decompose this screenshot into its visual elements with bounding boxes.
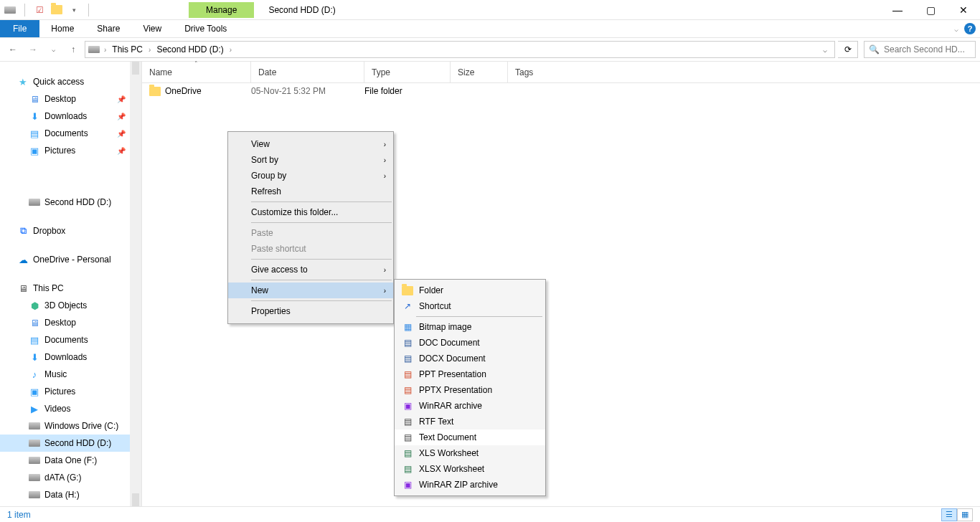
view-mode-toggles: ☰ ▦ (941, 508, 973, 521)
new-xls[interactable]: ▤XLS Worksheet (395, 445, 545, 461)
breadcrumb-sep-0[interactable]: › (104, 46, 106, 54)
sidebar-second-hdd-qa[interactable]: Second HDD (D:) (0, 194, 141, 211)
sidebar-documents[interactable]: ▤Documents📌 (0, 125, 141, 142)
col-label: Tags (515, 67, 533, 77)
sidebar-second-hdd[interactable]: Second HDD (D:) (0, 435, 141, 452)
close-button[interactable]: ✕ (947, 0, 980, 20)
sidebar-music[interactable]: ♪Music (0, 366, 141, 383)
sidebar-3d-objects[interactable]: ⬢3D Objects (0, 297, 141, 314)
sub-label: PPTX Presentation (419, 385, 492, 395)
view-tab-label: View (143, 24, 161, 34)
file-row-onedrive[interactable]: OneDrive 05-Nov-21 5:32 PM File folder (142, 83, 980, 99)
view-tab[interactable]: View (131, 20, 173, 37)
sidebar-desktop[interactable]: 🖥Desktop📌 (0, 90, 141, 108)
column-type[interactable]: Type (364, 62, 451, 82)
help-icon[interactable]: ? (964, 23, 976, 34)
new-docx[interactable]: ▤DOCX Document (395, 351, 545, 366)
new-rtf[interactable]: ▤RTF Text (395, 414, 545, 430)
column-name[interactable]: ˄Name (142, 62, 251, 82)
chevron-right-icon: › (384, 141, 386, 148)
new-winrar-zip[interactable]: ▣WinRAR ZIP archive (395, 477, 545, 493)
minimize-button[interactable]: — (881, 0, 914, 20)
new-doc[interactable]: ▤DOC Document (395, 335, 545, 351)
new-pptx[interactable]: ▤PPTX Presentation (395, 382, 545, 398)
sub-label: RTF Text (419, 417, 453, 427)
sidebar-pictures[interactable]: ▣Pictures📌 (0, 142, 141, 159)
sidebar-this-pc[interactable]: 🖥This PC (0, 280, 141, 297)
up-button[interactable]: ↑ (65, 41, 82, 58)
sidebar-downloads[interactable]: ⬇Downloads📌 (0, 108, 141, 125)
new-shortcut[interactable]: ↗Shortcut (395, 298, 545, 314)
refresh-button[interactable]: ⟳ (838, 41, 858, 58)
sidebar-label: Dropbox (33, 226, 65, 236)
sidebar-downloads-pc[interactable]: ⬇Downloads (0, 348, 141, 366)
sidebar-documents-pc[interactable]: ▤Documents (0, 331, 141, 348)
recent-locations-dropdown[interactable]: ⌵ (44, 41, 62, 58)
text-icon: ▤ (402, 432, 413, 443)
ctx-customize[interactable]: Customize this folder... (228, 204, 393, 220)
search-box[interactable]: 🔍 Search Second HD... (864, 41, 976, 58)
home-tab[interactable]: Home (39, 20, 85, 37)
sidebar-desktop-pc[interactable]: 🖥Desktop (0, 314, 141, 331)
sidebar-quick-access[interactable]: ★Quick access (0, 73, 141, 90)
ctx-view[interactable]: View› (228, 136, 393, 152)
back-button[interactable]: ← (4, 41, 22, 58)
new-ppt[interactable]: ▤PPT Presentation (395, 366, 545, 382)
new-text-document[interactable]: ▤Text Document (395, 430, 545, 445)
new-winrar[interactable]: ▣WinRAR archive (395, 398, 545, 414)
manage-label: Manage (206, 5, 237, 15)
manage-contextual-tab[interactable]: Manage (189, 2, 254, 18)
music-icon: ♪ (29, 369, 40, 380)
new-folder-qat-icon[interactable] (51, 4, 62, 16)
drive-icon (29, 472, 40, 483)
address-bar[interactable]: › This PC › Second HDD (D:) › ⌵ (85, 41, 835, 58)
ctx-sort-by[interactable]: Sort by› (228, 152, 393, 168)
maximize-button[interactable]: ▢ (914, 0, 947, 20)
qat-dropdown-icon[interactable]: ▾ (68, 4, 80, 16)
breadcrumb-second-hdd[interactable]: Second HDD (D:) (155, 44, 225, 54)
ctx-new[interactable]: New› (228, 283, 393, 298)
sidebar-label: Downloads (44, 111, 87, 121)
ctx-label: View (251, 139, 270, 149)
new-bitmap[interactable]: ▦Bitmap image (395, 319, 545, 335)
videos-icon: ▶ (29, 403, 40, 414)
quick-access-toolbar: ☑ ▾ (0, 4, 92, 16)
sidebar-pictures-pc[interactable]: ▣Pictures (0, 383, 141, 400)
column-date[interactable]: Date (251, 62, 364, 82)
ctx-group-by[interactable]: Group by› (228, 168, 393, 184)
sidebar-data-one[interactable]: Data One (F:) (0, 452, 141, 469)
ctx-label: Refresh (251, 186, 281, 196)
large-icons-view-button[interactable]: ▦ (957, 508, 973, 521)
sidebar-onedrive[interactable]: ☁OneDrive - Personal (0, 251, 141, 268)
new-folder[interactable]: Folder (395, 283, 545, 298)
sidebar-data-h[interactable]: Data (H:) (0, 486, 141, 503)
breadcrumb-sep-1[interactable]: › (149, 46, 151, 54)
sidebar-dropbox[interactable]: ⧉Dropbox (0, 222, 141, 239)
sidebar-label: Windows Drive (C:) (44, 421, 118, 431)
details-view-button[interactable]: ☰ (941, 508, 957, 521)
drive-tools-tab[interactable]: Drive Tools (173, 20, 238, 37)
file-tab[interactable]: File (0, 20, 39, 37)
address-history-dropdown[interactable]: ⌵ (819, 46, 831, 54)
sidebar-label: Music (44, 369, 67, 379)
sidebar-scrollbar[interactable] (130, 62, 141, 506)
downloads-icon: ⬇ (29, 110, 40, 122)
sidebar-data-g[interactable]: dATA (G:) (0, 469, 141, 486)
new-xlsx[interactable]: ▤XLSX Worksheet (395, 461, 545, 477)
file-cell-date: 05-Nov-21 5:32 PM (251, 86, 364, 96)
column-size[interactable]: Size (451, 62, 508, 82)
breadcrumb-this-pc[interactable]: This PC (110, 44, 144, 54)
properties-qat-icon[interactable]: ☑ (34, 4, 45, 16)
ctx-give-access[interactable]: Give access to› (228, 262, 393, 277)
ctx-properties[interactable]: Properties (228, 303, 393, 319)
sub-label: DOC Document (419, 338, 480, 348)
share-tab[interactable]: Share (85, 20, 131, 37)
breadcrumb-sep-2[interactable]: › (230, 46, 232, 54)
ctx-refresh[interactable]: Refresh (228, 184, 393, 199)
sidebar-videos[interactable]: ▶Videos (0, 400, 141, 417)
ribbon-collapse-icon[interactable]: ⌵ (954, 25, 958, 33)
column-tags[interactable]: Tags (508, 62, 565, 82)
xls-icon: ▤ (402, 447, 413, 459)
ctx-label: Customize this folder... (251, 207, 338, 217)
sidebar-windows-drive[interactable]: Windows Drive (C:) (0, 417, 141, 435)
